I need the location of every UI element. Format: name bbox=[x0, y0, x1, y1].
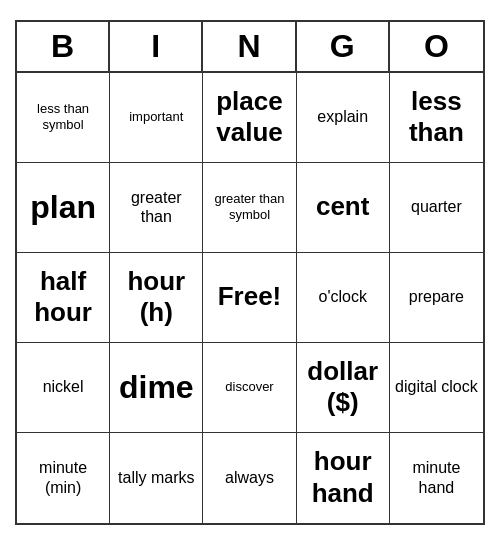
cell-text: quarter bbox=[411, 197, 462, 216]
cell-text: o'clock bbox=[318, 287, 366, 306]
cell-text: half hour bbox=[21, 266, 105, 328]
header-letter: G bbox=[297, 22, 390, 71]
cell-text: plan bbox=[30, 188, 96, 226]
cell-text: cent bbox=[316, 191, 369, 222]
bingo-cell: dollar ($) bbox=[297, 343, 390, 433]
bingo-cell: prepare bbox=[390, 253, 483, 343]
bingo-cell: digital clock bbox=[390, 343, 483, 433]
bingo-cell: less than symbol bbox=[17, 73, 110, 163]
cell-text: place value bbox=[207, 86, 291, 148]
cell-text: greater than bbox=[114, 188, 198, 226]
bingo-cell: o'clock bbox=[297, 253, 390, 343]
bingo-cell: minute hand bbox=[390, 433, 483, 523]
cell-text: dollar ($) bbox=[301, 356, 385, 418]
header-letter: B bbox=[17, 22, 110, 71]
bingo-cell: half hour bbox=[17, 253, 110, 343]
bingo-cell: discover bbox=[203, 343, 296, 433]
cell-text: minute (min) bbox=[21, 458, 105, 496]
cell-text: greater than symbol bbox=[207, 191, 291, 222]
bingo-cell: quarter bbox=[390, 163, 483, 253]
header-letter: I bbox=[110, 22, 203, 71]
cell-text: important bbox=[129, 109, 183, 125]
cell-text: explain bbox=[317, 107, 368, 126]
bingo-cell: hour hand bbox=[297, 433, 390, 523]
bingo-cell: nickel bbox=[17, 343, 110, 433]
cell-text: tally marks bbox=[118, 468, 194, 487]
bingo-card: BINGO less than symbolimportantplace val… bbox=[15, 20, 485, 525]
bingo-cell: greater than bbox=[110, 163, 203, 253]
bingo-cell: minute (min) bbox=[17, 433, 110, 523]
cell-text: digital clock bbox=[395, 377, 478, 396]
cell-text: always bbox=[225, 468, 274, 487]
cell-text: discover bbox=[225, 379, 273, 395]
cell-text: less than bbox=[394, 86, 479, 148]
bingo-cell: cent bbox=[297, 163, 390, 253]
bingo-cell: place value bbox=[203, 73, 296, 163]
bingo-cell: always bbox=[203, 433, 296, 523]
cell-text: hour hand bbox=[301, 446, 385, 508]
cell-text: nickel bbox=[43, 377, 84, 396]
bingo-cell: plan bbox=[17, 163, 110, 253]
bingo-grid: less than symbolimportantplace valueexpl… bbox=[17, 73, 483, 523]
cell-text: hour (h) bbox=[114, 266, 198, 328]
cell-text: dime bbox=[119, 368, 194, 406]
bingo-cell: hour (h) bbox=[110, 253, 203, 343]
cell-text: minute hand bbox=[394, 458, 479, 496]
bingo-cell: important bbox=[110, 73, 203, 163]
bingo-cell: greater than symbol bbox=[203, 163, 296, 253]
bingo-cell: Free! bbox=[203, 253, 296, 343]
bingo-cell: explain bbox=[297, 73, 390, 163]
cell-text: less than symbol bbox=[21, 101, 105, 132]
bingo-cell: tally marks bbox=[110, 433, 203, 523]
cell-text: Free! bbox=[218, 281, 282, 312]
header-letter: N bbox=[203, 22, 296, 71]
header-letter: O bbox=[390, 22, 483, 71]
cell-text: prepare bbox=[409, 287, 464, 306]
bingo-cell: dime bbox=[110, 343, 203, 433]
bingo-cell: less than bbox=[390, 73, 483, 163]
bingo-header: BINGO bbox=[17, 22, 483, 73]
